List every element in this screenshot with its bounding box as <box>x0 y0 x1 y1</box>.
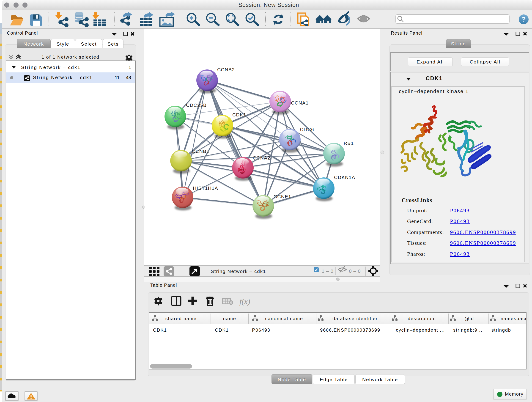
svg-text:stringdb: stringdb <box>491 327 511 332</box>
svg-text:CDK1: CDK1 <box>153 327 167 332</box>
svg-text:CDK1: CDK1 <box>232 112 246 117</box>
svg-text:CCNE1: CCNE1 <box>273 194 291 199</box>
svg-text:stringdb:9...: stringdb:9... <box>453 327 482 332</box>
svg-text:9606.ENSP00000378699: 9606.ENSP00000378699 <box>320 327 380 332</box>
svg-text:CDC6: CDC6 <box>300 127 314 132</box>
svg-text:namespace: namespace <box>500 316 526 321</box>
svg-text:CCNB2: CCNB2 <box>217 67 235 72</box>
svg-text:0 – 0: 0 – 0 <box>349 268 361 274</box>
svg-text:description: description <box>408 316 435 321</box>
svg-text:@id: @id <box>464 316 474 321</box>
svg-text:P06493: P06493 <box>252 327 270 332</box>
svg-text:cyclin–dependent ...: cyclin–dependent ... <box>396 327 445 332</box>
svg-text:CDC25B: CDC25B <box>186 102 207 108</box>
svg-text:database identifier: database identifier <box>332 316 378 321</box>
svg-text:CDKN1A: CDKN1A <box>334 175 355 180</box>
svg-text:f(x): f(x) <box>239 297 250 306</box>
svg-text:HIST1H1A: HIST1H1A <box>193 185 218 191</box>
svg-text:CCNA1: CCNA1 <box>291 100 309 105</box>
svg-text:CCNB1: CCNB1 <box>192 148 209 154</box>
svg-text:RB1: RB1 <box>344 140 354 146</box>
svg-text:CCNA2: CCNA2 <box>253 155 270 160</box>
svg-text:shared name: shared name <box>165 316 197 321</box>
svg-text:canonical name: canonical name <box>265 316 303 321</box>
svg-text:CDK1: CDK1 <box>215 327 229 332</box>
svg-text:1 – 0: 1 – 0 <box>322 268 334 274</box>
svg-text:String Network – cdk1: String Network – cdk1 <box>211 269 266 274</box>
svg-text:name: name <box>223 316 236 321</box>
